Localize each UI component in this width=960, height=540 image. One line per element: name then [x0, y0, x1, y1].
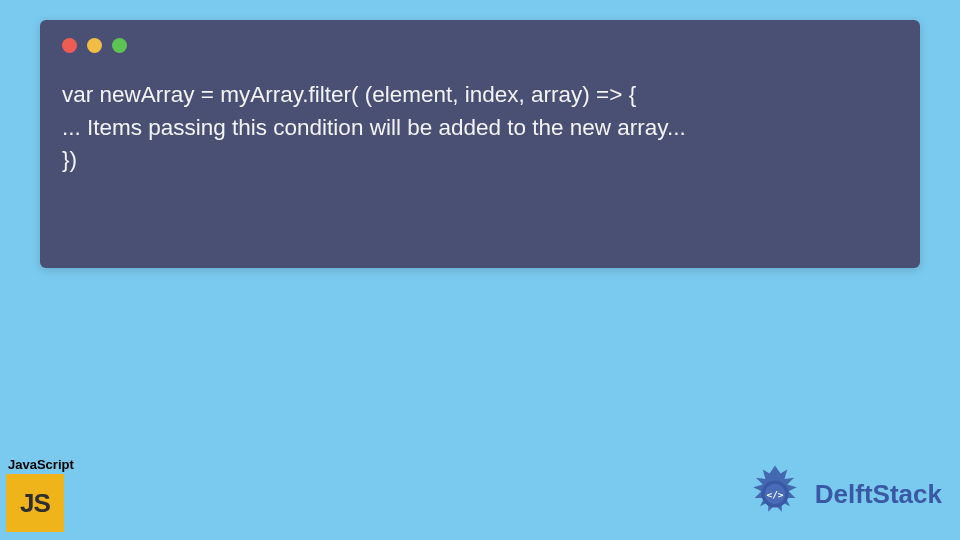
code-window: var newArray = myArray.filter( (element,…	[40, 20, 920, 268]
javascript-logo-icon: JS	[6, 474, 64, 532]
minimize-icon[interactable]	[87, 38, 102, 53]
delftstack-text: DelftStack	[815, 479, 942, 510]
code-line: var newArray = myArray.filter( (element,…	[62, 82, 636, 107]
svg-text:</>: </>	[766, 489, 783, 500]
js-logo-text: JS	[20, 488, 50, 519]
delftstack-badge: </> DelftStack	[741, 460, 942, 528]
javascript-label: JavaScript	[8, 457, 74, 472]
code-line: })	[62, 147, 77, 172]
delftstack-logo-icon: </>	[741, 460, 809, 528]
window-controls	[62, 38, 898, 53]
maximize-icon[interactable]	[112, 38, 127, 53]
code-content: var newArray = myArray.filter( (element,…	[62, 79, 898, 177]
code-line: ... Items passing this condition will be…	[62, 115, 686, 140]
javascript-badge: JavaScript JS	[6, 457, 74, 532]
close-icon[interactable]	[62, 38, 77, 53]
